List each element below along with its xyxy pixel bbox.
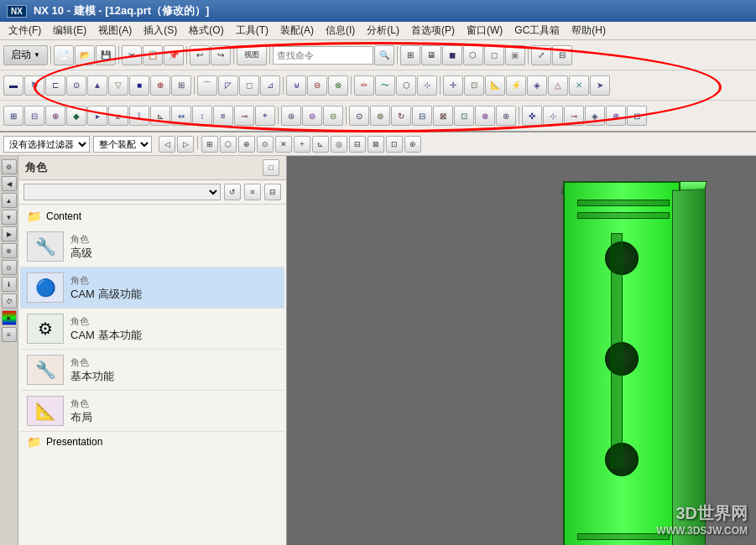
- redo-button[interactable]: ↪: [211, 45, 231, 65]
- filter-btn10[interactable]: ◎: [331, 136, 347, 153]
- tool21[interactable]: ⊠: [433, 106, 453, 126]
- open-button[interactable]: 📂: [75, 45, 95, 65]
- tool6[interactable]: ⌀: [108, 106, 128, 126]
- monitor-button[interactable]: 🖥: [421, 45, 441, 65]
- color-icon[interactable]: ■: [2, 310, 17, 325]
- paste-button[interactable]: 📌: [164, 45, 184, 65]
- more2-button[interactable]: △: [548, 75, 568, 96]
- tool8[interactable]: ⊾: [150, 106, 170, 126]
- tool15[interactable]: ⊜: [302, 106, 322, 126]
- tool24[interactable]: ⊕: [496, 106, 516, 126]
- tool5[interactable]: ▸: [87, 106, 107, 126]
- menu-item-GC[interactable]: GC工具箱: [509, 22, 565, 39]
- panel-sort-button[interactable]: ⊟: [264, 184, 281, 200]
- tool3[interactable]: ⊕: [45, 106, 65, 126]
- tool22[interactable]: ⊡: [454, 106, 474, 126]
- cut-button[interactable]: ✂: [122, 45, 142, 65]
- new-button[interactable]: 📄: [54, 45, 74, 65]
- tool2[interactable]: ⊟: [24, 106, 44, 126]
- nav-icon5[interactable]: ⊕: [2, 243, 17, 258]
- surface-button[interactable]: ⬡: [396, 75, 416, 96]
- history-icon[interactable]: ⊙: [2, 260, 17, 275]
- role-item-cam-basic[interactable]: ⚙角色CAM 基本功能: [20, 309, 284, 350]
- role-item-cam-advanced[interactable]: 🔵角色CAM 高级功能: [20, 267, 284, 309]
- measure-button[interactable]: 📐: [485, 75, 505, 96]
- more4-button[interactable]: ➤: [590, 75, 610, 96]
- tool25[interactable]: ✜: [522, 106, 542, 126]
- cube-button[interactable]: ◼: [442, 45, 462, 65]
- filter-btn13[interactable]: ⊡: [386, 136, 403, 153]
- copy-button[interactable]: 📋: [143, 45, 163, 65]
- more1-button[interactable]: ◈: [527, 75, 547, 96]
- draft-button[interactable]: ⊿: [260, 75, 280, 96]
- filter-btn12[interactable]: ⊠: [368, 136, 384, 153]
- panel-refresh-button[interactable]: ↺: [224, 184, 241, 200]
- pad-button[interactable]: ■: [129, 75, 149, 96]
- info-icon[interactable]: ℹ: [2, 277, 17, 292]
- sketch-button[interactable]: ✏: [354, 75, 374, 96]
- tool16[interactable]: ⊝: [323, 106, 343, 126]
- wcs-button[interactable]: ⊹: [417, 75, 437, 96]
- tool9[interactable]: ⇔: [171, 106, 191, 126]
- tool27[interactable]: ⊸: [564, 106, 584, 126]
- revolve-button[interactable]: ↻: [24, 75, 44, 96]
- menu-item-O[interactable]: 格式(O): [184, 22, 228, 39]
- filter-btn4[interactable]: ⬡: [220, 136, 237, 153]
- search-button[interactable]: 🔍: [374, 45, 394, 65]
- settings-icon[interactable]: ⚙: [2, 159, 17, 174]
- tool30[interactable]: ⊡: [627, 106, 647, 126]
- sweep-button[interactable]: ⊏: [45, 75, 65, 96]
- tool11[interactable]: ≡: [213, 106, 233, 126]
- menu-item-F[interactable]: 文件(F): [3, 22, 46, 39]
- chamfer-button[interactable]: ◸: [218, 75, 238, 96]
- view-button[interactable]: 视图: [237, 45, 267, 65]
- scale-button[interactable]: ⊡: [464, 75, 484, 96]
- tool26[interactable]: ⊹: [543, 106, 563, 126]
- expand-button[interactable]: ⤢: [531, 45, 551, 65]
- union-button[interactable]: ⊎: [286, 75, 306, 96]
- menu-item-A[interactable]: 视图(A): [93, 22, 137, 39]
- layer-icon[interactable]: ≡: [2, 327, 17, 342]
- tool7[interactable]: ⟟: [129, 106, 149, 126]
- filter-btn11[interactable]: ⊟: [349, 136, 366, 153]
- mirror-button[interactable]: ⊞: [171, 75, 191, 96]
- intersect-button[interactable]: ⊗: [328, 75, 348, 96]
- undo-button[interactable]: ↩: [190, 45, 210, 65]
- move-button[interactable]: ✛: [443, 75, 463, 96]
- menu-item-L[interactable]: 分析(L): [362, 22, 404, 39]
- more3-button[interactable]: ✕: [569, 75, 589, 96]
- panel-options-button[interactable]: ≡: [244, 184, 261, 200]
- panel-maximize-button[interactable]: □: [263, 159, 279, 176]
- shell-button[interactable]: ◻: [239, 75, 259, 96]
- assembly-dropdown[interactable]: 整个装配: [93, 136, 152, 153]
- filter-btn1[interactable]: ◁: [159, 136, 175, 153]
- tool20[interactable]: ⊟: [412, 106, 432, 126]
- grid-view-button[interactable]: ⊞: [400, 45, 420, 65]
- menu-item-H[interactable]: 帮助(H): [566, 22, 611, 39]
- role-item-advanced[interactable]: 🔧角色高级: [20, 226, 284, 267]
- filter-btn14[interactable]: ⊛: [404, 136, 421, 153]
- filter-btn7[interactable]: ✕: [275, 136, 292, 153]
- role-select-dropdown[interactable]: [23, 184, 221, 200]
- tool18[interactable]: ⊚: [370, 106, 390, 126]
- role-item-layout[interactable]: 📐角色布局: [20, 391, 284, 432]
- tool28[interactable]: ◈: [585, 106, 605, 126]
- filter-btn6[interactable]: ⊙: [257, 136, 274, 153]
- hole-button[interactable]: ⊙: [66, 75, 86, 96]
- filter-dropdown[interactable]: 没有选择过滤器: [3, 136, 90, 153]
- menu-item-E[interactable]: 编辑(E): [48, 22, 91, 39]
- save-button[interactable]: 💾: [96, 45, 116, 65]
- menu-item-T[interactable]: 工具(T): [231, 22, 274, 39]
- filter-btn2[interactable]: ▷: [177, 136, 194, 153]
- fillet-button[interactable]: ⌒: [197, 75, 217, 96]
- tool14[interactable]: ⊛: [281, 106, 301, 126]
- view3d-button[interactable]: ◻: [484, 45, 504, 65]
- boss-button[interactable]: ▲: [87, 75, 107, 96]
- tool29[interactable]: ⊕: [606, 106, 626, 126]
- content-folder[interactable]: 📁 Content: [20, 206, 284, 226]
- extrude-button[interactable]: ▬: [3, 75, 23, 96]
- shading-button[interactable]: ▣: [505, 45, 525, 65]
- subtract-button[interactable]: ⊖: [307, 75, 327, 96]
- menu-item-P[interactable]: 首选项(P): [406, 22, 460, 39]
- presentation-folder[interactable]: 📁 Presentation: [20, 432, 284, 452]
